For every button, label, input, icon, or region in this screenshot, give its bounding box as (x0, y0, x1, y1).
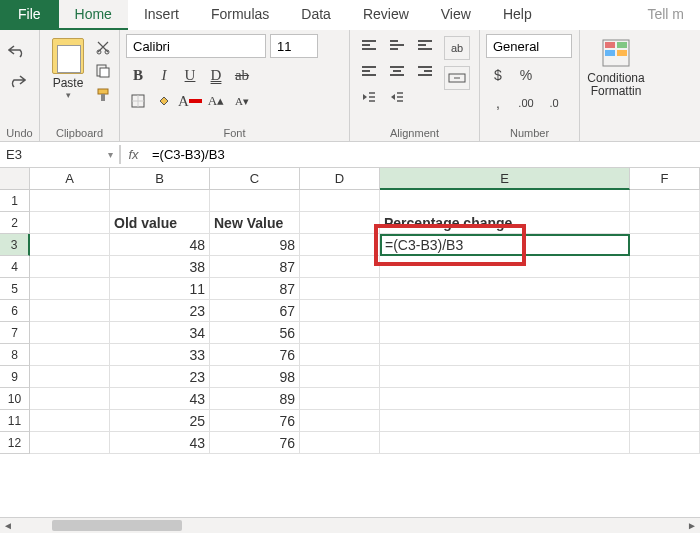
cell[interactable] (30, 300, 110, 322)
cell-old-value[interactable]: 43 (110, 388, 210, 410)
cell-old-value[interactable]: 38 (110, 256, 210, 278)
font-name-select[interactable] (126, 34, 266, 58)
cell-old-value[interactable]: 23 (110, 300, 210, 322)
cell-new-value[interactable]: 76 (210, 344, 300, 366)
decrease-decimal-button[interactable]: .0 (542, 92, 566, 114)
row-header[interactable]: 7 (0, 322, 30, 344)
cell[interactable] (300, 256, 380, 278)
col-header-e[interactable]: E (380, 168, 630, 190)
decrease-font-button[interactable]: A▾ (230, 90, 254, 112)
col-header-d[interactable]: D (300, 168, 380, 190)
merge-center-button[interactable] (444, 66, 470, 90)
wrap-text-button[interactable]: ab (444, 36, 470, 60)
cell[interactable] (300, 212, 380, 234)
cell-old-value[interactable]: 43 (110, 432, 210, 454)
cell-new-value[interactable]: 87 (210, 256, 300, 278)
cell[interactable] (30, 410, 110, 432)
formula-input[interactable] (146, 145, 700, 164)
strikethrough-button[interactable]: ab (230, 64, 254, 86)
cell-old-value[interactable]: 25 (110, 410, 210, 432)
font-color-button[interactable]: A (178, 90, 202, 112)
header-old-value[interactable]: Old value (110, 212, 210, 234)
cell[interactable] (30, 234, 110, 256)
cell[interactable] (300, 278, 380, 300)
horizontal-scrollbar[interactable]: ◄ ► (0, 517, 700, 533)
row-header[interactable]: 4 (0, 256, 30, 278)
tab-review[interactable]: Review (347, 0, 425, 30)
cell[interactable] (630, 256, 700, 278)
currency-button[interactable]: $ (486, 64, 510, 86)
cell[interactable] (630, 212, 700, 234)
col-header-c[interactable]: C (210, 168, 300, 190)
cell-old-value[interactable]: 33 (110, 344, 210, 366)
header-new-value[interactable]: New Value (210, 212, 300, 234)
tab-data[interactable]: Data (285, 0, 347, 30)
align-right-button[interactable] (412, 60, 438, 82)
cell[interactable] (30, 366, 110, 388)
comma-button[interactable]: , (486, 92, 510, 114)
tell-me[interactable]: Tell m (631, 0, 700, 30)
double-underline-button[interactable]: D (204, 64, 228, 86)
cell[interactable] (630, 300, 700, 322)
row-header[interactable]: 2 (0, 212, 30, 234)
row-header[interactable]: 12 (0, 432, 30, 454)
align-top-button[interactable] (356, 34, 382, 56)
cell[interactable] (30, 278, 110, 300)
row-header[interactable]: 6 (0, 300, 30, 322)
cell[interactable] (30, 212, 110, 234)
scrollbar-thumb[interactable] (52, 520, 182, 531)
cell-new-value[interactable]: 56 (210, 322, 300, 344)
cell-new-value[interactable]: 76 (210, 432, 300, 454)
col-header-b[interactable]: B (110, 168, 210, 190)
align-middle-button[interactable] (384, 34, 410, 56)
tab-file[interactable]: File (0, 0, 59, 30)
select-all-corner[interactable] (0, 168, 30, 190)
tab-home[interactable]: Home (59, 0, 128, 30)
tab-formulas[interactable]: Formulas (195, 0, 285, 30)
cell[interactable] (630, 410, 700, 432)
conditional-formatting-button[interactable]: Conditiona Formattin (580, 30, 652, 141)
undo-button[interactable] (6, 40, 28, 62)
cell[interactable] (380, 410, 630, 432)
row-header[interactable]: 8 (0, 344, 30, 366)
cell[interactable] (380, 278, 630, 300)
cell[interactable] (630, 388, 700, 410)
format-painter-button[interactable] (94, 86, 112, 104)
row-header[interactable]: 3 (0, 234, 30, 256)
paste-button[interactable]: Paste ▾ (46, 34, 90, 100)
row-header[interactable]: 11 (0, 410, 30, 432)
cell[interactable] (630, 322, 700, 344)
cell-new-value[interactable]: 98 (210, 234, 300, 256)
col-header-a[interactable]: A (30, 168, 110, 190)
cell[interactable] (380, 322, 630, 344)
scroll-left-arrow[interactable]: ◄ (0, 518, 16, 533)
increase-decimal-button[interactable]: .00 (514, 92, 538, 114)
cell[interactable] (30, 322, 110, 344)
cell[interactable] (300, 388, 380, 410)
cell[interactable] (300, 322, 380, 344)
cell[interactable] (300, 432, 380, 454)
cell[interactable] (630, 344, 700, 366)
header-percentage-change[interactable]: Percentage change (380, 212, 630, 234)
tab-help[interactable]: Help (487, 0, 548, 30)
fx-icon[interactable]: fx (120, 145, 146, 164)
redo-button[interactable] (6, 70, 28, 92)
cell[interactable] (30, 388, 110, 410)
decrease-indent-button[interactable] (356, 86, 382, 108)
cell[interactable] (630, 366, 700, 388)
font-size-select[interactable] (270, 34, 318, 58)
cut-button[interactable] (94, 38, 112, 56)
cell[interactable] (380, 300, 630, 322)
name-box[interactable]: E3▾ (0, 145, 120, 164)
cell-old-value[interactable]: 11 (110, 278, 210, 300)
cell[interactable] (300, 366, 380, 388)
cell[interactable] (630, 234, 700, 256)
cell[interactable] (380, 388, 630, 410)
row-header[interactable]: 1 (0, 190, 30, 212)
cell[interactable] (300, 234, 380, 256)
bold-button[interactable]: B (126, 64, 150, 86)
align-center-button[interactable] (384, 60, 410, 82)
fill-color-button[interactable] (152, 90, 176, 112)
cell[interactable] (380, 344, 630, 366)
increase-font-button[interactable]: A▴ (204, 90, 228, 112)
